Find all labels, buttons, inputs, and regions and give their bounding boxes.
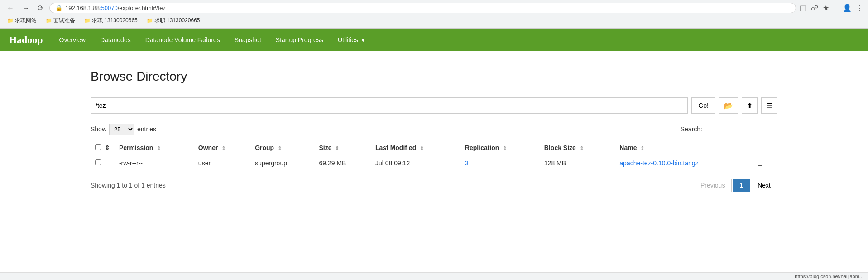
table-body: -rw-r--r-- user supergroup 69.29 MB Jul … [91,155,777,171]
row-size: 69.29 MB [315,155,371,171]
th-block-size: Block Size ⇕ [540,140,615,155]
bookmarks-bar: 📁 求职网站 📁 面试准备 📁 求职 13130020665 📁 求职 1313… [5,16,863,25]
show-left: Show 10 25 50 100 entries [91,124,156,135]
th-name: Name ⇕ [615,140,752,155]
table-header: ⇕ Permission ⇕ Owner ⇕ Group ⇕ Size ⇕ [91,140,777,155]
bookmark-icon[interactable]: ☍ [811,4,818,12]
bookmark-item[interactable]: 📁 面试准备 [44,16,77,25]
entries-label: entries [137,126,156,133]
list-icon: ☰ [766,101,772,110]
pagination-row: Showing 1 to 1 of 1 entries Previous 1 N… [91,179,777,192]
sort-name-icon[interactable]: ⇕ [640,145,644,151]
bookmark-item[interactable]: 📁 求职网站 [5,16,38,25]
address-text: 192.168.1.88:50070/explorer.html#/tez [65,5,166,11]
page-1-button[interactable]: 1 [733,179,750,192]
toolbar-icons: ◫ ☍ ★ 👤 ⋮ [800,4,863,12]
entries-select[interactable]: 10 25 50 100 [109,124,134,135]
th-group: Group ⇕ [250,140,314,155]
th-size: Size ⇕ [315,140,371,155]
nav-link-datanodes[interactable]: Datanodes [93,30,138,50]
th-permission: Permission ⇕ [115,140,194,155]
row-checkbox[interactable] [95,159,101,165]
show-label: Show [91,126,106,133]
path-row: Go! 📂 ⬆ ☰ [91,97,777,114]
nav-links: Overview Datanodes Datanode Volume Failu… [52,30,374,50]
go-button[interactable]: Go! [691,97,715,114]
th-actions [752,140,777,155]
folder-icon: 📁 [46,18,52,24]
row-block-size: 128 MB [540,155,615,171]
sort-size-icon[interactable]: ⇕ [335,145,339,151]
row-owner: user [194,155,250,171]
reload-button[interactable]: ⟳ [35,3,46,13]
file-name-link[interactable]: apache-tez-0.10.0-bin.tar.gz [619,159,698,167]
address-bar[interactable]: 🔒 192.168.1.88:50070/explorer.html#/tez [49,3,796,13]
nav-link-overview[interactable]: Overview [52,30,93,50]
open-folder-icon: 📂 [724,101,733,110]
main-content: Browse Directory Go! 📂 ⬆ ☰ Show 10 25 50… [0,51,868,210]
th-last-modified: Last Modified ⇕ [371,140,460,155]
nav-link-datanode-volume-failures[interactable]: Datanode Volume Failures [138,30,227,50]
th-select-all: ⇕ [91,140,115,155]
sort-last-modified-icon[interactable]: ⇕ [420,145,424,151]
up-directory-button[interactable]: ⬆ [742,97,758,114]
sort-group-icon[interactable]: ⇕ [278,145,282,151]
th-owner: Owner ⇕ [194,140,250,155]
show-row: Show 10 25 50 100 entries Search: [91,123,777,135]
forward-button[interactable]: → [20,3,32,13]
row-last-modified: Jul 08 09:12 [371,155,460,171]
folder-icon: 📁 [147,18,153,24]
search-input[interactable] [705,123,777,135]
browser-chrome: ← → ⟳ 🔒 192.168.1.88:50070/explorer.html… [0,0,868,29]
extensions-icon[interactable]: ◫ [800,4,806,12]
sort-permission-icon[interactable]: ⇕ [157,145,161,151]
browser-toolbar: ← → ⟳ 🔒 192.168.1.88:50070/explorer.html… [5,3,863,13]
up-arrow-icon: ⬆ [747,101,753,110]
open-folder-button[interactable]: 📂 [719,97,738,114]
bookmark-item[interactable]: 📁 求职 13130020665 [145,16,202,25]
sort-all-icon[interactable]: ⇕ [105,144,110,151]
sort-owner-icon[interactable]: ⇕ [221,145,225,151]
hadoop-logo: Hadoop [9,34,43,46]
bookmark-item[interactable]: 📁 求职 13130020665 [82,16,139,25]
row-permission: -rw-r--r-- [115,155,194,171]
replication-link[interactable]: 3 [465,159,469,167]
back-button[interactable]: ← [5,3,16,13]
search-label: Search: [681,126,702,133]
search-right: Search: [681,123,777,135]
nav-link-utilities[interactable]: Utilities ▼ [331,30,374,50]
lock-icon: 🔒 [55,5,62,11]
showing-text: Showing 1 to 1 of 1 entries [91,182,166,189]
dropdown-arrow-icon: ▼ [360,36,366,43]
folder-icon: 📁 [84,18,91,24]
row-checkbox-cell [91,155,115,171]
row-name: apache-tez-0.10.0-bin.tar.gz [615,155,752,171]
hadoop-nav: Hadoop Overview Datanodes Datanode Volum… [0,29,868,51]
star-icon[interactable]: ★ [823,4,829,12]
row-delete-cell: 🗑 [752,155,777,171]
table-row: -rw-r--r-- user supergroup 69.29 MB Jul … [91,155,777,171]
row-replication: 3 [460,155,540,171]
profile-icon[interactable]: 👤 [843,4,852,12]
th-replication: Replication ⇕ [460,140,540,155]
select-all-checkbox[interactable] [95,144,101,150]
previous-button[interactable]: Previous [694,179,732,192]
row-group: supergroup [250,155,314,171]
list-view-button[interactable]: ☰ [761,97,777,114]
delete-button[interactable]: 🗑 [757,159,764,167]
sort-replication-icon[interactable]: ⇕ [503,145,507,151]
data-table: ⇕ Permission ⇕ Owner ⇕ Group ⇕ Size ⇕ [91,140,777,171]
next-button[interactable]: Next [751,179,777,192]
path-input[interactable] [91,97,688,114]
pagination-buttons: Previous 1 Next [694,179,777,192]
nav-link-startup-progress[interactable]: Startup Progress [269,30,331,50]
page-title: Browse Directory [91,69,777,84]
sort-block-size-icon[interactable]: ⇕ [580,145,584,151]
nav-link-snapshot[interactable]: Snapshot [227,30,269,50]
folder-icon: 📁 [7,18,14,24]
settings-icon[interactable]: ⋮ [856,4,863,12]
